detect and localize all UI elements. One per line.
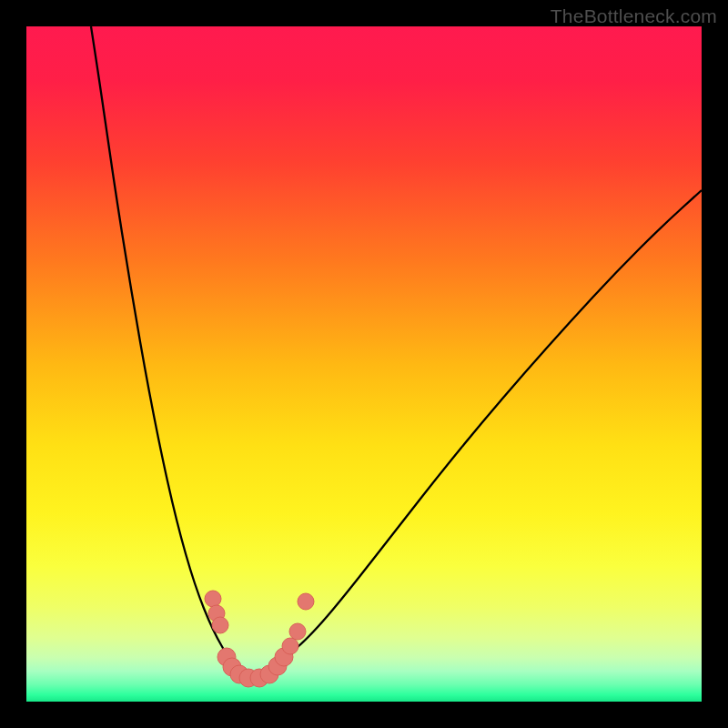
watermark-text: TheBottleneck.com: [551, 5, 717, 27]
data-marker: [205, 591, 221, 607]
data-marker: [212, 617, 228, 633]
marker-group: [205, 591, 314, 687]
data-marker: [282, 638, 298, 654]
data-marker: [289, 623, 306, 640]
chart-curves-svg: [26, 26, 702, 702]
right-curve: [281, 190, 702, 660]
left-curve: [91, 26, 229, 660]
data-marker: [298, 593, 314, 610]
chart-frame: [26, 26, 702, 702]
